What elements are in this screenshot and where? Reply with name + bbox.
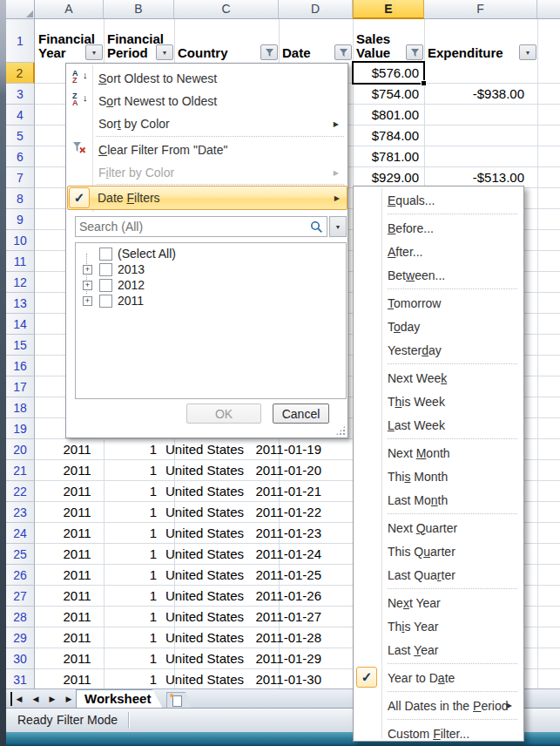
cell-date[interactable]: 2011-01-20 [255,460,324,481]
row-header[interactable]: 30 [6,648,35,669]
row-header[interactable]: 8 [6,188,35,209]
submenu-item[interactable]: ✓ This Quarter ▶ [354,539,523,563]
cell-financial-year[interactable]: 2011 [35,439,98,460]
submenu-item[interactable]: ✓ Yesterday ▶ [354,338,523,362]
cell-financial-year[interactable]: 2011 [35,481,98,502]
cell-date[interactable]: 2011-01-30 [255,669,324,688]
cell-date[interactable]: 2011-01-24 [255,544,324,565]
row-header[interactable]: 5 [6,125,35,146]
row-header[interactable]: 12 [6,272,35,293]
cell-country[interactable]: United States [161,669,255,688]
submenu-item[interactable]: ✓ Next Quarter ▶ [354,516,523,539]
fill-handle[interactable] [421,80,427,86]
tab-worksheet[interactable]: Worksheet [76,689,163,709]
cell-date[interactable]: 2011-01-23 [255,523,324,544]
column-header-a[interactable]: A [35,0,104,18]
sales-value-cell[interactable]: $781.00 [353,146,422,167]
submenu-item[interactable]: ✓ Between... ▶ [354,263,523,287]
cell-country[interactable]: United States [161,565,255,586]
year-checkbox[interactable] [99,263,112,276]
tree-item-select-all[interactable]: (Select All) [76,246,346,261]
cell-country[interactable]: United States [161,481,255,502]
cell-country[interactable]: United States [161,607,255,627]
sales-value-cell[interactable]: $801.00 [353,105,422,125]
column-header-g-partial[interactable] [537,0,560,18]
row-header[interactable]: 17 [6,376,35,397]
row-header[interactable]: 4 [6,105,35,125]
sales-value-cell[interactable]: $754.00 [353,84,422,105]
submenu-item[interactable]: ✓ Year to Date ▶ [354,666,523,689]
select-all-corner[interactable] [6,0,35,18]
submenu-item[interactable]: ✓ Today ▶ [354,315,523,338]
cell-country[interactable]: United States [161,523,255,544]
menu-item-sort-oldest[interactable]: AZ ↓ Sort Oldest to Newest [68,67,346,90]
last-sheet-button[interactable]: ▶ [62,692,78,706]
filter-button-financial-period[interactable]: ▼ [156,44,173,60]
menu-item-clear-filter[interactable]: Clear Filter From "Date" [68,139,346,161]
column-header-f[interactable]: F [424,0,537,18]
row-header[interactable]: 16 [6,356,35,376]
cell-financial-year[interactable]: 2011 [35,627,98,648]
cell-date[interactable]: 2011-01-22 [255,502,324,523]
column-header-b[interactable]: B [104,0,174,18]
row-header[interactable]: 15 [6,335,35,356]
year-checkbox[interactable] [99,279,112,292]
cell-country[interactable]: United States [161,460,255,481]
submenu-item[interactable]: ✓ Custom Filter... ▶ [354,722,523,742]
row-header[interactable]: 20 [6,439,35,460]
cell-financial-year[interactable]: 2011 [35,648,98,669]
column-header-d[interactable]: D [279,0,353,18]
submenu-item[interactable]: ✓ Next Year ▶ [354,591,523,614]
row-header[interactable]: 10 [6,230,35,251]
expenditure-cell-f3[interactable]: -$938.00 [424,84,537,105]
cell-date[interactable]: 2011-01-25 [255,565,324,586]
row-header[interactable]: 11 [6,251,35,272]
row-header[interactable]: 19 [6,418,35,439]
cell-financial-year[interactable]: 2011 [35,565,98,586]
row-header[interactable]: 27 [6,586,35,607]
cell-date[interactable]: 2011-01-26 [255,586,324,607]
filter-button-country-filtered[interactable] [260,44,278,60]
cell-country[interactable]: United States [161,648,255,669]
column-header-c[interactable]: C [174,0,279,18]
expand-plus-icon[interactable]: + [83,281,92,290]
row-header[interactable]: 9 [6,209,35,230]
cell-date[interactable]: 2011-01-29 [255,648,324,669]
menu-item-sort-by-color[interactable]: Sort by Color ▶ [68,112,346,135]
submenu-item[interactable]: ✓ Last Week ▶ [354,413,523,437]
cell-financial-year[interactable]: 2011 [35,523,98,544]
cell-financial-period[interactable]: 1 [98,481,161,502]
year-checkbox[interactable] [99,295,112,308]
row-header-1[interactable]: 1 [6,19,35,63]
cell-financial-year[interactable]: 2011 [35,460,98,481]
tree-item-year[interactable]: + 2012 [76,277,346,293]
cell-financial-period[interactable]: 1 [98,565,161,586]
row-header[interactable]: 7 [6,167,35,188]
submenu-item[interactable]: ✓ This Week ▶ [354,390,523,413]
cell-financial-year[interactable]: 2011 [35,502,98,523]
submenu-item[interactable]: ✓ Last Year ▶ [354,638,523,661]
cell-financial-year[interactable]: 2011 [35,544,98,565]
cell-date[interactable]: 2011-01-19 [255,439,324,460]
row-header[interactable]: 23 [6,502,35,523]
submenu-item[interactable]: ✓ This Year ▶ [354,614,523,638]
tree-item-year[interactable]: + 2013 [76,261,346,277]
submenu-item[interactable]: ✓ All Dates in the Period ▶ [354,694,523,717]
row-header[interactable]: 3 [6,84,35,105]
row-header[interactable]: 18 [6,397,35,418]
active-cell-e2[interactable]: $576.00 [352,61,425,85]
cell-financial-period[interactable]: 1 [98,460,161,481]
cell-financial-period[interactable]: 1 [98,544,161,565]
tree-item-year[interactable]: + 2011 [76,293,346,309]
cell-country[interactable]: United States [161,544,255,565]
row-header[interactable]: 14 [6,314,35,335]
menu-item-sort-newest[interactable]: ZA ↓ Sort Newest to Oldest [68,90,346,112]
expand-plus-icon[interactable]: + [83,296,92,306]
submenu-item[interactable]: ✓ After... ▶ [354,240,523,263]
cell-financial-period[interactable]: 1 [98,439,161,460]
submenu-item[interactable]: ✓ Last Month ▶ [354,488,523,512]
search-input[interactable] [76,217,327,236]
row-header[interactable]: 26 [6,565,35,586]
insert-worksheet-tab[interactable] [166,692,192,709]
cell-country[interactable]: United States [161,627,255,648]
